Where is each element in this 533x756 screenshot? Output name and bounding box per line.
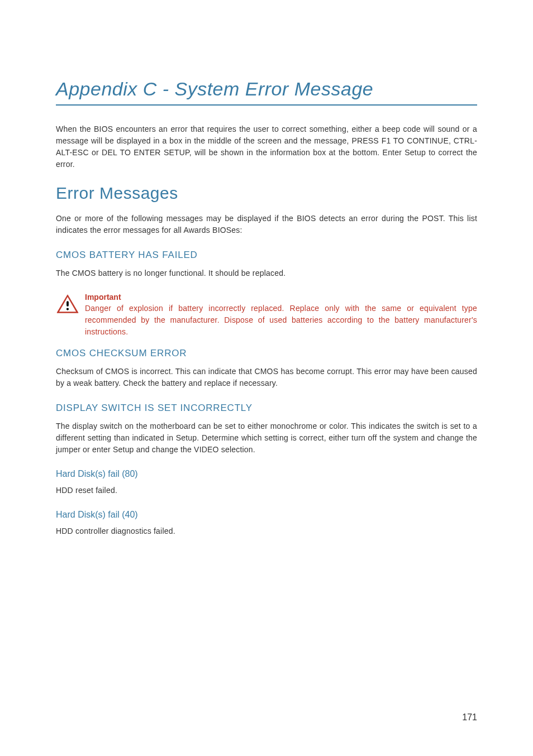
cmos-battery-text: The CMOS battery is no longer functional…: [56, 267, 477, 279]
cmos-checksum-heading: CMOS CHECKSUM ERROR: [56, 348, 477, 359]
important-text: Danger of explosion if battery incorrect…: [85, 303, 477, 338]
important-label: Important: [85, 293, 477, 302]
cmos-checksum-text: Checksum of CMOS is incorrect. This can …: [56, 366, 477, 389]
important-notice-block: Important Danger of explosion if battery…: [56, 293, 477, 338]
svg-rect-0: [66, 301, 69, 307]
error-messages-intro: One or more of the following messages ma…: [56, 213, 477, 236]
svg-point-1: [66, 308, 69, 310]
page-number: 171: [462, 712, 477, 722]
hdd-fail-40-text: HDD controller diagnostics failed.: [56, 525, 477, 537]
document-page: Appendix C - System Error Message When t…: [0, 0, 533, 584]
intro-paragraph: When the BIOS encounters an error that r…: [56, 123, 477, 170]
hdd-fail-40-heading: Hard Disk(s) fail (40): [56, 510, 477, 520]
appendix-title: Appendix C - System Error Message: [56, 78, 477, 106]
display-switch-text: The display switch on the motherboard ca…: [56, 420, 477, 456]
cmos-battery-heading: CMOS BATTERY HAS FAILED: [56, 250, 477, 261]
warning-triangle-icon: [56, 294, 79, 315]
hdd-fail-80-heading: Hard Disk(s) fail (80): [56, 469, 477, 479]
error-messages-heading: Error Messages: [56, 184, 477, 203]
important-content: Important Danger of explosion if battery…: [85, 293, 477, 338]
hdd-fail-80-text: HDD reset failed.: [56, 485, 477, 496]
display-switch-heading: DISPLAY SWITCH IS SET INCORRECTLY: [56, 403, 477, 414]
